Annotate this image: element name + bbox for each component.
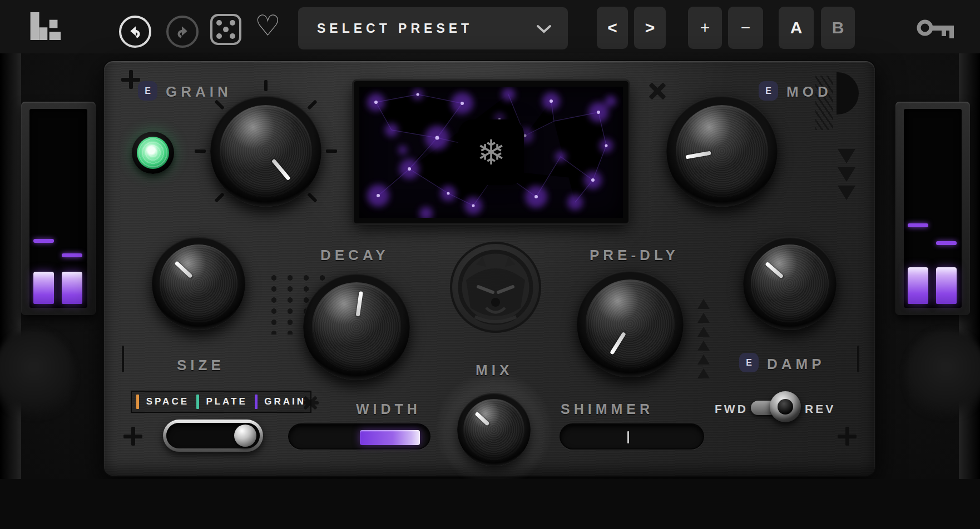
damp-label: DAMP (767, 356, 825, 373)
damp-knob[interactable] (743, 237, 837, 330)
undo-button[interactable] (119, 16, 151, 48)
mode-slide-switch[interactable] (163, 420, 263, 452)
mode-slide-handle[interactable] (234, 425, 256, 447)
predelay-label: PRE-DLY (590, 247, 679, 264)
decay-knob[interactable] (303, 273, 410, 380)
rev-label: REV (805, 402, 835, 416)
meter-bar-left (33, 272, 54, 304)
mode-selector[interactable]: SPACE PLATE GRAIN (131, 391, 311, 413)
preset-prev-button[interactable]: < (597, 7, 628, 49)
preset-next-button[interactable]: > (634, 7, 666, 49)
shimmer-slider-handle[interactable] (627, 431, 629, 443)
background-knob-left (0, 329, 76, 423)
damp-expand-badge[interactable]: E (739, 353, 759, 372)
decay-label: DECAY (320, 247, 389, 264)
deco-plus-top-left (121, 70, 140, 89)
meter-bar-left (908, 267, 928, 304)
license-key-icon[interactable] (917, 16, 957, 42)
deco-plus-bottom-left (123, 427, 142, 446)
deco-x-mark (649, 82, 666, 100)
mod-expand-badge[interactable]: E (759, 81, 778, 101)
status-bar: i MODE: Space (Hall/Room/Chamber) / Plat… (0, 479, 980, 529)
meter-window (29, 109, 87, 308)
width-label: WIDTH (356, 401, 421, 417)
deco-triangle-up (697, 368, 710, 378)
mode-tick-plate (196, 395, 199, 409)
deco-triangle-up (697, 341, 710, 351)
meter-peak-left (33, 239, 54, 243)
preset-select-label: SELECT PRESET (317, 21, 473, 36)
mode-option-space[interactable]: SPACE (146, 396, 189, 407)
background-knob-right (904, 329, 980, 423)
meter-peak-left (908, 223, 928, 227)
zoom-out-button[interactable]: − (728, 7, 763, 49)
grain-knob[interactable] (210, 96, 321, 207)
ab-compare-a-button[interactable]: A (779, 7, 814, 49)
meter-window (904, 109, 962, 308)
deco-triangle-down (838, 186, 855, 200)
visualizer-screen: ❄ (354, 81, 628, 223)
deco-triangle-up (697, 313, 710, 323)
mod-knob[interactable] (666, 96, 778, 207)
top-toolbar: ♡ SELECT PRESET < > + − A B (0, 0, 980, 53)
particle-display: ❄ (359, 87, 623, 218)
deco-plus-bottom-right (838, 427, 857, 446)
meter-bar-right (936, 267, 957, 304)
snowflake-icon[interactable]: ❄ (458, 119, 524, 185)
grain-expand-badge[interactable]: E (138, 81, 157, 101)
meter-bar-right (62, 272, 82, 304)
size-label: SIZE (177, 357, 225, 374)
fwd-label: FWD (715, 402, 748, 416)
mix-knob[interactable] (457, 393, 531, 466)
mode-tick-grain (255, 395, 258, 409)
mode-option-grain[interactable]: GRAIN (264, 396, 306, 407)
deco-line-right (857, 346, 859, 372)
direction-toggle-switch[interactable] (770, 391, 801, 422)
meter-peak-right (62, 253, 82, 257)
mascot-emblem (448, 240, 543, 335)
randomize-dice-button[interactable] (210, 13, 242, 48)
deco-line-left (122, 346, 124, 372)
deco-triangle-down (838, 149, 855, 163)
plugin-window: ♡ SELECT PRESET < > + − A B (0, 0, 980, 529)
preset-select[interactable]: SELECT PRESET (298, 7, 568, 49)
predelay-knob[interactable] (577, 271, 684, 377)
width-slider[interactable] (288, 423, 430, 450)
brand-logo-icon[interactable] (29, 12, 63, 42)
width-slider-fill (360, 430, 420, 445)
size-knob[interactable] (152, 237, 245, 330)
favorite-heart-icon[interactable]: ♡ (255, 10, 281, 41)
deco-triangle-up (697, 299, 710, 309)
output-level-meter (895, 102, 970, 315)
ab-compare-b-button[interactable]: B (821, 7, 855, 49)
input-level-meter (21, 102, 96, 315)
shimmer-label: SHIMMER (561, 401, 654, 417)
shimmer-slider[interactable] (560, 423, 704, 450)
redo-button[interactable] (166, 16, 199, 48)
zoom-in-button[interactable]: + (688, 7, 722, 49)
mode-option-plate[interactable]: PLATE (206, 396, 247, 407)
deco-triangle-up (697, 327, 710, 337)
deco-triangle-up (697, 355, 710, 365)
mode-tick-space (136, 395, 139, 409)
mod-label: MOD (786, 83, 832, 101)
chevron-down-icon (536, 24, 552, 34)
meter-peak-right (936, 241, 957, 245)
deco-triangle-down (838, 167, 855, 182)
